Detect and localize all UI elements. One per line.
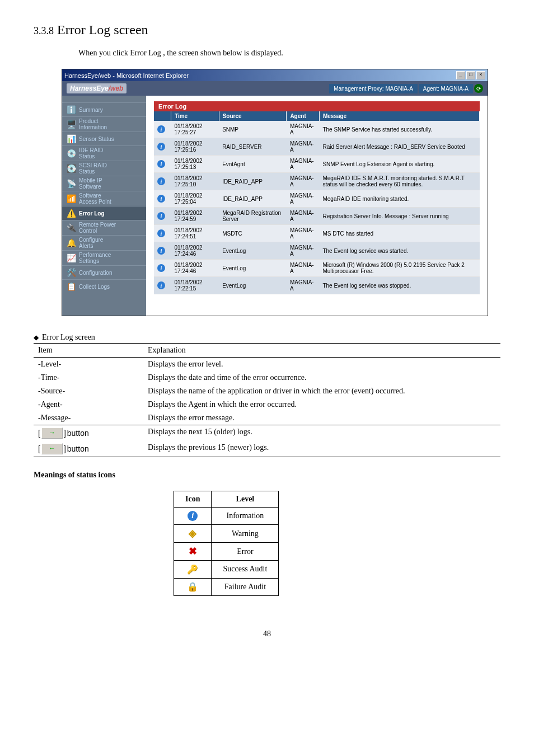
info-icon: i	[157, 195, 165, 203]
sidebar-item-11[interactable]: 🛠️Configuration	[62, 265, 146, 279]
sidebar-item-12[interactable]: 📋Collect Logs	[62, 279, 146, 293]
cell-message: MegaRAID IDE S.M.A.R.T. monitoring start…	[319, 173, 479, 190]
failure-audit-icon: 🔒	[188, 582, 198, 592]
close-icon[interactable]: ×	[476, 71, 485, 79]
status-col-icon: Icon	[174, 491, 212, 508]
info-icon: i	[157, 160, 165, 168]
cell-agent: MAGNIA-A	[287, 156, 320, 173]
col-agent: Agent	[287, 111, 320, 121]
status-col-level: Level	[212, 491, 279, 508]
table-row: i01/18/2002 17:24:46EventLogMAGNIA-AMicr…	[154, 260, 480, 277]
table-row: i01/18/2002 17:25:27SNMPMAGNIA-AThe SNMP…	[154, 121, 480, 138]
info-icon: i	[157, 281, 165, 289]
table-row: i01/18/2002 17:25:13EvntAgntMAGNIA-ASNMP…	[154, 156, 480, 173]
prev-button-expl: Displays the previous 15 (newer) logs.	[143, 441, 500, 457]
meanings-header: Meanings of status icons	[34, 471, 500, 480]
info-icon: i	[157, 143, 165, 151]
error-log-table: Time Source Agent Message i01/18/2002 17…	[154, 111, 480, 294]
legend-title: Error Log screen	[42, 333, 95, 342]
cell-message: SNMP Event Log Extension Agent is starti…	[319, 156, 479, 173]
sidebar-item-6[interactable]: 📶Software Access Point	[62, 191, 146, 206]
cell-time: 01/18/2002 17:25:13	[171, 156, 219, 173]
col-message: Message	[319, 111, 479, 121]
cell-source: RAID_SERVER	[219, 138, 287, 156]
sidebar-item-2[interactable]: 📊Sensor Status	[62, 132, 146, 145]
cell-time: 01/18/2002 17:24:51	[171, 225, 219, 242]
sidebar-item-1[interactable]: 🖥️Product Information	[62, 116, 146, 132]
minimize-icon[interactable]: _	[456, 71, 465, 79]
next-button-label: button	[67, 429, 89, 438]
sidebar-item-5[interactable]: 📡Mobile IP Software	[62, 176, 146, 191]
level-information: Information	[212, 508, 279, 525]
panel-title: Error Log	[154, 101, 480, 111]
table-row: i01/18/2002 17:25:16RAID_SERVERMAGNIA-AR…	[154, 138, 480, 156]
col-time: Time	[171, 111, 219, 121]
browser-window: HarnessEye/web - Microsoft Internet Expl…	[62, 69, 488, 316]
sidebar-icon: 💽	[65, 163, 77, 174]
col-source: Source	[219, 111, 287, 121]
sidebar-icon: 🔔	[65, 237, 77, 248]
cell-source: IDE_RAID_APP	[219, 190, 287, 208]
legend-expl: Displays the date and time of the error …	[143, 371, 500, 384]
level-error: Error	[212, 543, 279, 561]
sidebar-label: Configuration	[79, 270, 112, 276]
sidebar-item-3[interactable]: 💿IDE RAID Status	[62, 145, 146, 161]
error-icon: ✖	[188, 546, 198, 556]
sidebar-item-10[interactable]: 📈Performance Settings	[62, 250, 146, 265]
sidebar-icon: ⚠️	[65, 208, 77, 219]
table-row: i01/18/2002 17:22:15EventLogMAGNIA-AThe …	[154, 277, 480, 294]
sidebar-label: Performance Settings	[79, 252, 111, 264]
cell-source: MegaRAID Registration Server	[219, 208, 287, 225]
info-icon: i	[157, 264, 165, 272]
info-icon: i	[157, 177, 165, 185]
sidebar-label: SCSI RAID Status	[79, 162, 107, 175]
table-row: i01/18/2002 17:25:10IDE_RAID_APPMAGNIA-A…	[154, 173, 480, 190]
cell-agent: MAGNIA-A	[287, 242, 320, 260]
sidebar-item-0[interactable]: ℹ️Summary	[62, 102, 146, 116]
legend-item: -Agent-	[34, 398, 143, 411]
sidebar-label: Sensor Status	[79, 136, 114, 142]
sidebar-item-4[interactable]: 💽SCSI RAID Status	[62, 161, 146, 176]
cell-source: EventLog	[219, 260, 287, 277]
status-icons-table: Icon Level i Information ◈ Warning ✖ Err…	[174, 491, 279, 596]
prev-arrow-icon[interactable]: ←	[41, 443, 63, 454]
cell-time: 01/18/2002 17:24:59	[171, 208, 219, 225]
sidebar-item-9[interactable]: 🔔Configure Alerts	[62, 235, 146, 250]
success-audit-icon: 🔑	[188, 564, 198, 574]
prev-button-label: button	[67, 444, 89, 453]
cell-time: 01/18/2002 17:25:04	[171, 190, 219, 208]
maximize-icon[interactable]: □	[466, 71, 475, 79]
info-icon: i	[157, 212, 165, 220]
cell-source: EvntAgnt	[219, 156, 287, 173]
table-row: i01/18/2002 17:24:46EventLogMAGNIA-AThe …	[154, 242, 480, 260]
sidebar-item-8[interactable]: 🔌Remote Power Control	[62, 220, 146, 235]
legend-row: -Agent-Displays the Agent in which the e…	[34, 398, 500, 411]
cell-source: IDE_RAID_APP	[219, 173, 287, 190]
cell-source: SNMP	[219, 121, 287, 138]
cell-agent: MAGNIA-A	[287, 121, 320, 138]
sidebar-label: Configure Alerts	[79, 237, 103, 249]
cell-source: MSDTC	[219, 225, 287, 242]
cell-time: 01/18/2002 17:25:10	[171, 173, 219, 190]
legend-row: -Message-Displays the error message.	[34, 411, 500, 425]
refresh-icon[interactable]: ⟳	[474, 84, 483, 93]
cell-message: Raid Server Alert Message : RAID_SERV Se…	[319, 138, 479, 156]
cell-agent: MAGNIA-A	[287, 277, 320, 294]
table-row: i01/18/2002 17:24:59MegaRAID Registratio…	[154, 208, 480, 225]
sidebar-icon: 📈	[65, 252, 77, 264]
cell-message: MS DTC has started	[319, 225, 479, 242]
cell-message: Microsoft (R) Windows 2000 (R) 5.0 2195 …	[319, 260, 479, 277]
section-number: 3.3.8	[34, 25, 54, 36]
sidebar-icon: 📋	[65, 281, 77, 292]
level-success-audit: Success Audit	[212, 561, 279, 579]
level-warning: Warning	[212, 525, 279, 543]
sidebar-icon: 🖥️	[65, 119, 77, 130]
sidebar-item-7[interactable]: ⚠️Error Log	[62, 206, 146, 220]
legend-item: -Message-	[34, 411, 143, 425]
legend-expl: Displays the Agent in which the error oc…	[143, 398, 500, 411]
sidebar-icon: 🔌	[65, 222, 77, 233]
diamond-icon: ◆	[34, 334, 39, 342]
window-titlebar: HarnessEye/web - Microsoft Internet Expl…	[62, 69, 488, 81]
logo-text-a: HarnessEye	[70, 84, 109, 92]
next-arrow-icon[interactable]: →	[41, 428, 63, 439]
